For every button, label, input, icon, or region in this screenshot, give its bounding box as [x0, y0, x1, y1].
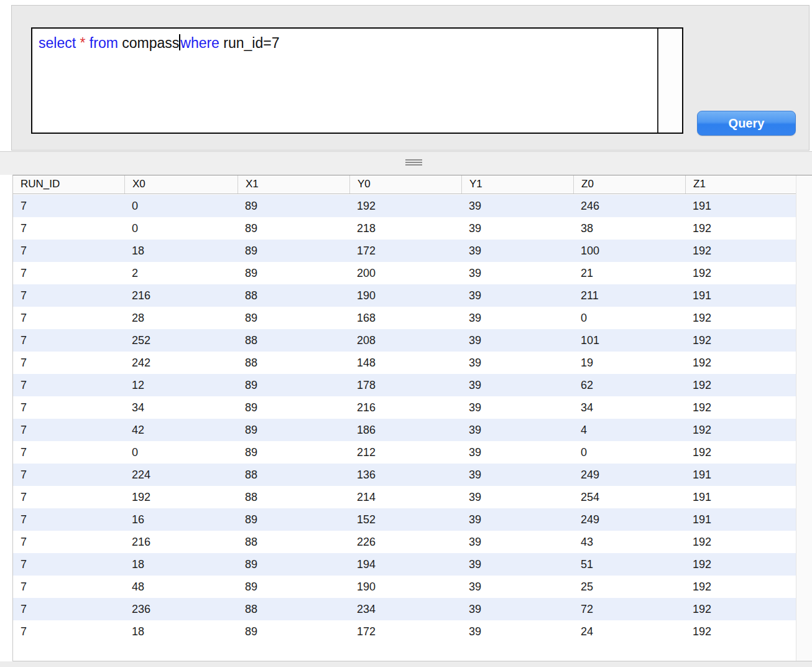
table-cell: 7: [13, 307, 124, 329]
table-cell: 39: [461, 374, 573, 396]
table-cell: 190: [349, 284, 461, 307]
table-row[interactable]: 708919239246191: [13, 195, 796, 217]
table-row[interactable]: 72892003921192: [13, 262, 796, 284]
table-row[interactable]: 718891943951192: [13, 553, 796, 576]
table-cell: 192: [685, 419, 796, 441]
table-cell: 192: [685, 531, 796, 553]
table-cell: 249: [573, 508, 685, 531]
table-cell: 7: [13, 464, 124, 486]
table-cell: 24: [573, 620, 685, 643]
sql-query-editor[interactable]: select * from compasswhere run_id=7: [31, 27, 683, 134]
table-cell: 39: [461, 486, 573, 508]
table-cell: 242: [124, 352, 238, 374]
table-cell: 42: [124, 419, 238, 441]
table-cell: 89: [238, 419, 349, 441]
table-cell: 39: [461, 553, 573, 576]
table-cell: 192: [685, 352, 796, 374]
table-cell: 192: [124, 486, 238, 508]
table-cell: 191: [685, 195, 796, 217]
table-cell: 0: [573, 441, 685, 464]
table-row[interactable]: 7089212390192: [13, 441, 796, 464]
splitter-bar[interactable]: [0, 151, 812, 175]
table-row[interactable]: 7242881483919192: [13, 352, 796, 374]
table-cell: 100: [573, 240, 685, 262]
table-cell: 216: [124, 284, 238, 307]
table-cell: 7: [13, 352, 124, 374]
editor-scrollbar-track[interactable]: [657, 29, 682, 133]
table-cell: 39: [461, 240, 573, 262]
column-header-z0[interactable]: Z0: [573, 175, 685, 194]
table-cell: 216: [349, 396, 461, 419]
table-cell: 88: [238, 464, 349, 486]
table-cell: 168: [349, 307, 461, 329]
table-cell: 39: [461, 531, 573, 553]
table-cell: 172: [349, 620, 461, 643]
table-cell: 236: [124, 598, 238, 620]
table-row[interactable]: 718891723924192: [13, 620, 796, 643]
column-header-z1[interactable]: Z1: [685, 175, 796, 194]
results-table: RUN_IDX0X1Y0Y1Z0Z1 708919239246191708921…: [12, 175, 812, 661]
table-row[interactable]: 74289186394192: [13, 419, 796, 441]
table-row[interactable]: 72889168390192: [13, 307, 796, 329]
table-cell: 18: [124, 620, 238, 643]
table-cell: 19: [573, 352, 685, 374]
column-header-y0[interactable]: Y0: [349, 175, 461, 194]
column-header-x1[interactable]: X1: [238, 175, 349, 194]
table-cell: 7: [13, 284, 124, 307]
table-row[interactable]: 72528820839101192: [13, 329, 796, 352]
table-cell: 39: [461, 352, 573, 374]
table-cell: 7: [13, 598, 124, 620]
sql-token: select: [39, 35, 76, 51]
table-cell: 7: [13, 396, 124, 419]
table-row[interactable]: 712891783962192: [13, 374, 796, 396]
column-header-x0[interactable]: X0: [124, 175, 238, 194]
table-cell: 34: [573, 396, 685, 419]
table-row[interactable]: 72248813639249191: [13, 464, 796, 486]
table-row[interactable]: 7168915239249191: [13, 508, 796, 531]
table-row[interactable]: 7236882343972192: [13, 598, 796, 620]
table-cell: 16: [124, 508, 238, 531]
table-scrollbar-track[interactable]: [796, 175, 812, 661]
query-button[interactable]: Query: [697, 111, 796, 136]
table-cell: 4: [573, 419, 685, 441]
table-cell: 39: [461, 620, 573, 643]
column-header-y1[interactable]: Y1: [461, 175, 573, 194]
sql-query-text: select * from compasswhere run_id=7: [32, 29, 655, 133]
table-row[interactable]: 7216882263943192: [13, 531, 796, 553]
table-cell: 89: [238, 262, 349, 284]
table-cell: 192: [685, 553, 796, 576]
table-cell: 152: [349, 508, 461, 531]
table-cell: 39: [461, 598, 573, 620]
table-cell: 89: [238, 240, 349, 262]
table-cell: 39: [461, 464, 573, 486]
table-cell: 43: [573, 531, 685, 553]
table-row[interactable]: 72168819039211191: [13, 284, 796, 307]
table-cell: 7: [13, 620, 124, 643]
table-row[interactable]: 748891903925192: [13, 576, 796, 598]
table-cell: 192: [685, 598, 796, 620]
table-cell: 89: [238, 553, 349, 576]
table-cell: 89: [238, 441, 349, 464]
table-cell: 101: [573, 329, 685, 352]
table-cell: 218: [349, 217, 461, 240]
table-cell: 191: [685, 284, 796, 307]
table-cell: 39: [461, 396, 573, 419]
table-cell: 192: [349, 195, 461, 217]
table-cell: 192: [685, 240, 796, 262]
table-row[interactable]: 71928821439254191: [13, 486, 796, 508]
table-row[interactable]: 734892163934192: [13, 396, 796, 419]
query-panel: select * from compasswhere run_id=7: [11, 5, 810, 151]
table-row[interactable]: 7188917239100192: [13, 240, 796, 262]
table-cell: 190: [349, 576, 461, 598]
table-cell: 7: [13, 262, 124, 284]
table-cell: 7: [13, 374, 124, 396]
table-row[interactable]: 70892183938192: [13, 217, 796, 240]
table-cell: 39: [461, 419, 573, 441]
table-cell: 0: [573, 307, 685, 329]
table-cell: 39: [461, 284, 573, 307]
table-cell: 89: [238, 374, 349, 396]
table-cell: 39: [461, 217, 573, 240]
table-cell: 89: [238, 508, 349, 531]
column-header-run_id[interactable]: RUN_ID: [13, 175, 124, 194]
table-cell: 200: [349, 262, 461, 284]
